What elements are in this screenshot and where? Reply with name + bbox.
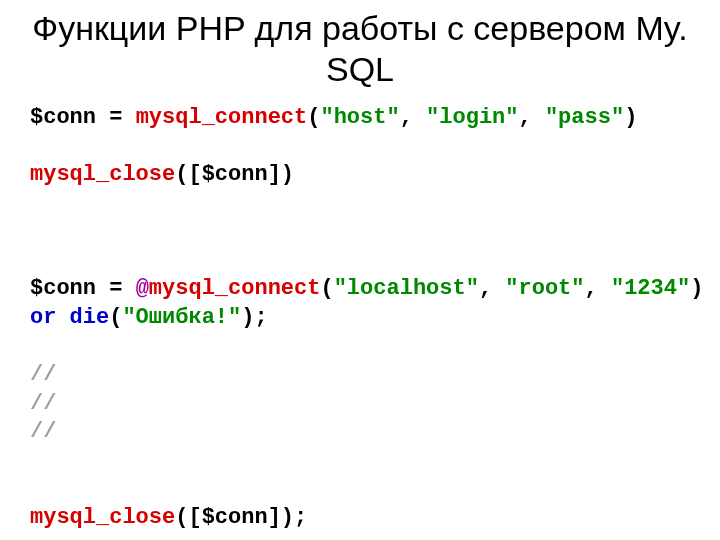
- code-line-2: mysql_close([$conn]): [30, 162, 294, 187]
- code-line-3: $conn = @mysql_connect("localhost", "roo…: [30, 276, 703, 301]
- comment-line: //: [30, 419, 56, 444]
- code-block: $conn = mysql_connect("host", "login", "…: [30, 104, 690, 533]
- comment-line: //: [30, 362, 56, 387]
- code-line-5: mysql_close([$conn]);: [30, 505, 307, 530]
- comment-line: //: [30, 391, 56, 416]
- slide-title: Функции PHP для работы с сервером My. SQ…: [30, 8, 690, 90]
- code-line-4: or die("Ошибка!");: [30, 305, 268, 330]
- code-line-1: $conn = mysql_connect("host", "login", "…: [30, 105, 637, 130]
